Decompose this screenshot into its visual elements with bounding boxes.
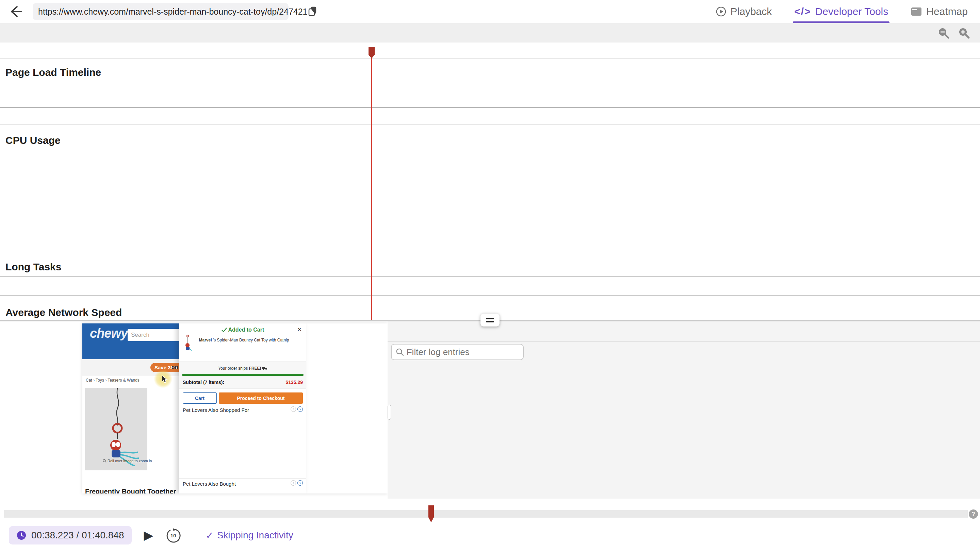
console-logs-panel [388, 321, 980, 499]
zoom-out-icon[interactable] [937, 27, 950, 40]
session-replay-viewport: chewy Search Save 35% on y Cat › Toys › … [82, 323, 388, 494]
breadcrumb[interactable]: Cat › Toys › Teasers & Wands [86, 378, 140, 383]
help-icon[interactable]: ? [969, 510, 978, 519]
url-text: https://www.chewy.com/marvel-s-spider-ma… [38, 7, 308, 17]
back-icon[interactable] [8, 5, 22, 18]
carousel-arrows: ‹ › [291, 407, 303, 412]
frequently-bought-title: Frequently Bought Together [85, 488, 176, 494]
devtools-tab-bar [0, 23, 980, 43]
search-icon [396, 348, 404, 356]
section-title-page-load: Page Load Timeline [5, 67, 101, 78]
play-button[interactable]: ▶ [144, 529, 153, 542]
carousel-next-icon-2[interactable]: › [298, 480, 303, 486]
timeline-centerline [0, 107, 980, 108]
zoom-in-icon[interactable] [958, 27, 970, 40]
also-bought-title: Pet Lovers Also Bought [183, 481, 236, 487]
scrubber-playhead[interactable] [428, 505, 434, 523]
copy-icon[interactable] [308, 6, 318, 17]
chewy-logo[interactable]: chewy [90, 326, 127, 341]
page-load-timeline-track[interactable] [0, 88, 980, 125]
log-filter-box[interactable] [391, 344, 524, 360]
cart-button[interactable]: Cart [183, 393, 217, 404]
check-icon: ✓ [205, 530, 213, 541]
divider-drag-handle[interactable] [480, 313, 500, 326]
log-filter-input[interactable] [407, 347, 519, 358]
carousel-next-icon[interactable]: › [298, 407, 303, 412]
top-bar: https://www.chewy.com/marvel-s-spider-ma… [0, 0, 980, 23]
carousel-arrows-2: ‹ › [291, 480, 303, 486]
truck-icon [262, 366, 267, 370]
cpu-usage-chart[interactable] [0, 151, 980, 251]
clock-icon [16, 530, 27, 540]
code-icon: </> [794, 6, 811, 17]
heatmap-icon [911, 6, 922, 17]
skipping-inactivity-toggle[interactable]: ✓ Skipping Inactivity [205, 530, 293, 541]
time-display: 00:38.223 / 01:40.848 [9, 526, 132, 545]
tab-developer-tools[interactable]: </> Developer Tools [794, 0, 888, 23]
tab-playback[interactable]: Playback [716, 0, 772, 23]
product-image [85, 388, 147, 470]
shipping-band: Your order ships FREE! Subtotal (7 items… [179, 362, 306, 389]
logs-tab-bar [388, 321, 980, 342]
svg-text:10: 10 [170, 532, 176, 539]
url-bar[interactable]: https://www.chewy.com/marvel-s-spider-ma… [33, 3, 288, 20]
timeline-ruler[interactable] [0, 43, 980, 59]
carousel-prev-icon-2[interactable]: ‹ [291, 480, 296, 486]
cart-item-thumbnail [184, 334, 192, 351]
tab-heatmap[interactable]: Heatmap [911, 0, 968, 23]
scrubber-track[interactable] [4, 510, 968, 518]
proceed-to-checkout-button[interactable]: Proceed to Checkout [219, 393, 303, 404]
section-title-long-tasks: Long Tasks [5, 261, 61, 273]
subtotal-label: Subtotal (7 items): [183, 380, 224, 385]
shipping-progress-bar [182, 374, 304, 376]
section-title-cpu: CPU Usage [5, 135, 60, 146]
cart-item-title[interactable]: Marvel 's Spider-Man Bouncy Cat Toy with… [193, 338, 295, 342]
long-tasks-track[interactable] [0, 276, 980, 296]
current-time: 00:38.223 [31, 530, 74, 540]
play-circle-icon [716, 6, 727, 17]
total-time: 01:40.848 [82, 530, 124, 540]
free-shipping-text: Your order ships FREE! [179, 366, 306, 371]
zoom-hint: Roll over image to zoom in [103, 459, 152, 463]
close-icon[interactable]: × [298, 326, 301, 333]
also-shopped-title: Pet Lovers Also Shopped For [183, 407, 249, 413]
rewind-10-button[interactable]: 10 [165, 528, 181, 543]
section-title-network-speed: Average Network Speed [5, 307, 122, 318]
player-bar: ? 00:38.223 / 01:40.848 ▶ 10 ✓ Skipping … [0, 499, 980, 553]
carousel-prev-icon[interactable]: ‹ [291, 407, 296, 412]
added-to-cart-message: Added to Cart [179, 327, 306, 333]
subtotal-value: $135.29 [285, 380, 303, 385]
mouse-cursor [161, 375, 169, 384]
added-to-cart-panel: Added to Cart × Marvel 's Spider-Man Bou… [179, 323, 306, 494]
playhead-line [371, 48, 372, 320]
scrollbar-thumb[interactable] [388, 405, 391, 420]
